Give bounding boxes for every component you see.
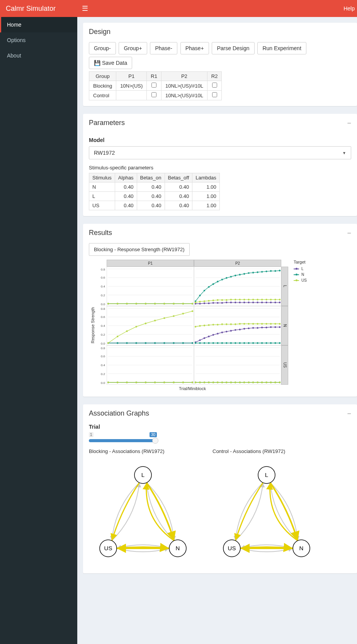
svg-point-319 bbox=[274, 382, 276, 383]
x-axis-label: Trial/Miniblock bbox=[97, 386, 288, 391]
model-select[interactable]: RW1972 ▼ bbox=[89, 146, 351, 159]
svg-point-165 bbox=[243, 328, 245, 330]
sidebar-item-home[interactable]: Home bbox=[0, 17, 77, 32]
beta-on-cell[interactable]: 0.40 bbox=[137, 183, 165, 192]
svg-point-312 bbox=[243, 382, 245, 383]
group-plus-button[interactable]: Group+ bbox=[119, 42, 147, 54]
sidebar-toggle[interactable]: ☰ bbox=[77, 4, 93, 13]
beta-off-cell[interactable]: 0.40 bbox=[165, 201, 192, 210]
svg-text:L: L bbox=[265, 472, 268, 478]
beta-on-cell[interactable]: 0.40 bbox=[137, 192, 165, 201]
facet-row-us: US bbox=[281, 345, 288, 385]
svg-point-309 bbox=[230, 382, 232, 383]
svg-point-198 bbox=[212, 324, 214, 325]
svg-point-251 bbox=[163, 382, 165, 383]
svg-point-58 bbox=[243, 302, 245, 303]
svg-point-61 bbox=[257, 302, 258, 303]
phase-minus-button[interactable]: Phase- bbox=[150, 42, 177, 54]
phase-plus-button[interactable]: Phase+ bbox=[180, 42, 209, 54]
lambda-cell[interactable]: 1.00 bbox=[192, 201, 219, 210]
table-row: Control 10NL>(US)/#10L bbox=[89, 91, 222, 100]
results-selector[interactable]: Blocking - Response Strength (RW1972) bbox=[89, 243, 190, 256]
beta-off-cell[interactable]: 0.40 bbox=[165, 192, 192, 201]
svg-point-72 bbox=[217, 281, 218, 282]
alpha-cell[interactable]: 0.40 bbox=[115, 201, 137, 210]
r2-checkbox[interactable] bbox=[212, 83, 217, 88]
svg-point-185 bbox=[243, 342, 245, 344]
collapse-icon[interactable]: − bbox=[347, 410, 351, 417]
p1-cell[interactable] bbox=[116, 91, 147, 100]
svg-point-36 bbox=[154, 303, 156, 304]
svg-point-132 bbox=[145, 342, 146, 344]
param-note: Stimulus-specific parameters bbox=[89, 165, 351, 171]
p2-cell[interactable]: 10NL>(US)/#10L bbox=[161, 81, 207, 91]
svg-point-178 bbox=[212, 342, 214, 344]
run-experiment-button[interactable]: Run Experiment bbox=[257, 42, 306, 54]
beta-off-cell[interactable]: 0.40 bbox=[165, 183, 192, 192]
lambda-cell[interactable]: 1.00 bbox=[192, 183, 219, 192]
association-graph: Blocking - Associations (RW1972) LUSN bbox=[89, 448, 201, 568]
table-row: N 0.40 0.40 0.40 1.00 bbox=[89, 183, 220, 192]
save-data-button[interactable]: 💾 Save Data bbox=[89, 57, 132, 69]
svg-point-166 bbox=[248, 328, 249, 329]
svg-text:0.2: 0.2 bbox=[101, 372, 105, 376]
parse-design-button[interactable]: Parse Design bbox=[212, 42, 254, 54]
svg-point-316 bbox=[261, 382, 263, 383]
svg-text:0.6: 0.6 bbox=[101, 315, 105, 319]
slider-handle[interactable] bbox=[152, 438, 158, 444]
lambda-cell[interactable]: 1.00 bbox=[192, 192, 219, 201]
sidebar-item-about[interactable]: About bbox=[0, 48, 77, 63]
svg-point-37 bbox=[163, 303, 165, 304]
results-panel: Results − Blocking - Response Strength (… bbox=[83, 224, 357, 397]
svg-point-163 bbox=[235, 329, 236, 331]
svg-point-39 bbox=[182, 303, 184, 304]
svg-point-65 bbox=[274, 302, 276, 303]
r2-checkbox[interactable] bbox=[212, 92, 217, 97]
stim-cell[interactable]: US bbox=[89, 201, 115, 210]
r1-checkbox[interactable] bbox=[151, 83, 156, 88]
col-betas-off: Betas_off bbox=[165, 173, 192, 183]
svg-point-102 bbox=[261, 299, 263, 300]
collapse-icon[interactable]: − bbox=[347, 230, 351, 237]
r1-checkbox[interactable] bbox=[151, 92, 156, 97]
svg-point-101 bbox=[257, 299, 258, 300]
chart-panel bbox=[194, 345, 281, 385]
p1-cell[interactable]: 10N>(US) bbox=[116, 81, 147, 91]
svg-point-191 bbox=[270, 342, 272, 344]
facet-row-n: N bbox=[281, 306, 288, 345]
svg-point-59 bbox=[248, 302, 249, 303]
sidebar-item-options[interactable]: Options bbox=[0, 32, 77, 48]
svg-point-50 bbox=[208, 303, 209, 304]
svg-point-70 bbox=[208, 286, 209, 287]
svg-point-181 bbox=[226, 342, 227, 344]
svg-point-87 bbox=[195, 302, 196, 303]
svg-point-306 bbox=[217, 382, 218, 383]
group-cell[interactable]: Control bbox=[89, 91, 116, 100]
stim-cell[interactable]: N bbox=[89, 183, 115, 192]
svg-point-307 bbox=[221, 382, 223, 383]
alpha-cell[interactable]: 0.40 bbox=[115, 192, 137, 201]
beta-on-cell[interactable]: 0.40 bbox=[137, 201, 165, 210]
svg-point-174 bbox=[195, 342, 196, 344]
stim-cell[interactable]: L bbox=[89, 192, 115, 201]
svg-point-248 bbox=[135, 382, 137, 383]
facet-col-p1: P1 bbox=[107, 260, 194, 267]
group-cell[interactable]: Blocking bbox=[89, 81, 116, 91]
svg-point-75 bbox=[230, 276, 232, 277]
col-alphas: Alphas bbox=[115, 173, 137, 183]
p2-cell[interactable]: 10NL>(US)/#10L bbox=[161, 91, 207, 100]
collapse-icon[interactable]: − bbox=[347, 120, 351, 127]
group-minus-button[interactable]: Group- bbox=[89, 42, 116, 54]
parameters-panel: Parameters − Model RW1972 ▼ Stimulus-spe… bbox=[83, 114, 357, 216]
design-panel: Design Group- Group+ Phase- Phase+ Parse… bbox=[83, 23, 357, 106]
svg-point-33 bbox=[126, 303, 128, 304]
slider-value: 30 bbox=[150, 432, 157, 437]
help-link[interactable]: Help bbox=[343, 5, 357, 12]
table-row: US 0.40 0.40 0.40 1.00 bbox=[89, 201, 220, 210]
svg-point-106 bbox=[279, 299, 280, 300]
svg-point-208 bbox=[257, 323, 258, 325]
trial-slider[interactable]: 1 30 bbox=[89, 432, 158, 441]
svg-point-171 bbox=[270, 326, 272, 328]
svg-point-197 bbox=[208, 324, 209, 326]
alpha-cell[interactable]: 0.40 bbox=[115, 183, 137, 192]
